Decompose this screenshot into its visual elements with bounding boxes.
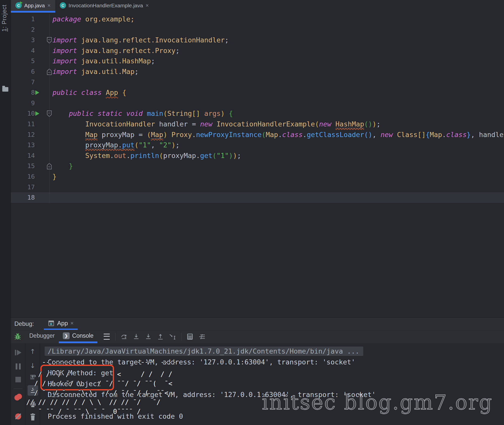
code-line: 3import java.lang.reflect.InvocationHand… — [11, 35, 504, 45]
down-stack-trace-button[interactable]: ↓ — [30, 362, 36, 369]
toolbar-separator — [115, 333, 116, 341]
code-text: import java.lang.reflect.Proxy; — [52, 45, 180, 56]
project-tool-window-button[interactable]: 1: Project — [1, 5, 8, 32]
line-number: 18 — [11, 192, 35, 203]
code-text: InvocationHandler handler = new Invocati… — [52, 119, 381, 129]
line-number: 11 — [11, 119, 35, 129]
tab-app-java[interactable]: C App.java × — [11, 0, 55, 13]
debug-session-tab[interactable]: App × — [44, 318, 78, 330]
clear-all-button[interactable] — [30, 413, 36, 421]
gutter-divider — [49, 182, 50, 193]
line-number: 13 — [11, 140, 35, 150]
run-gutter-icon[interactable] — [35, 111, 39, 116]
console-line: Hacked Object — [48, 378, 504, 389]
code-text: } — [52, 161, 73, 171]
gutter-divider — [49, 98, 50, 109]
line-number: 15 — [11, 161, 35, 171]
tab-label: InvocationHandlerExample.java — [69, 3, 143, 9]
close-icon[interactable]: × — [146, 3, 149, 8]
run-overlay-icon — [20, 1, 23, 4]
force-step-into-button[interactable] — [145, 333, 152, 340]
gutter-divider — [49, 140, 50, 150]
gutter-divider — [49, 150, 50, 161]
layout-options-button[interactable] — [103, 333, 110, 340]
step-out-button[interactable] — [157, 333, 164, 340]
folder-icon — [2, 87, 8, 92]
code-line: 9 — [11, 98, 504, 109]
code-line: 1package org.example; — [11, 14, 504, 24]
app-run-config-icon — [48, 320, 54, 327]
code-line: 15 } — [11, 161, 504, 171]
line-number: 1 — [11, 14, 35, 24]
code-line: 6import java.util.Map; — [11, 66, 504, 77]
console-actions-column: ↑ ↓ — [25, 343, 40, 425]
calculator-icon — [186, 333, 193, 340]
mute-renderers-button[interactable] — [198, 333, 206, 340]
code-line: 16} — [11, 171, 504, 182]
code-line: 4import java.lang.reflect.Proxy; — [11, 45, 504, 56]
debug-bug-icon — [14, 333, 21, 340]
code-line: 2 — [11, 24, 504, 35]
gutter-divider — [49, 119, 50, 129]
gutter-divider — [49, 66, 50, 77]
resume-button[interactable] — [15, 350, 21, 355]
tab-label: App.java — [24, 3, 45, 9]
editor-tabbar: C App.java × C InvocationHandlerExample.… — [11, 0, 504, 13]
tab-debugger[interactable]: Debugger — [25, 330, 59, 343]
code-text: import java.util.HashMap; — [52, 56, 155, 66]
debug-toolbar: Debugger ❯ Console — [11, 330, 504, 343]
close-icon[interactable]: × — [70, 321, 74, 326]
code-line: 14 System.out.println(proxyMap.get("1"))… — [11, 150, 504, 161]
gutter-divider — [49, 77, 50, 88]
mute-breakpoints-button[interactable] — [15, 413, 21, 419]
pause-button[interactable] — [16, 363, 21, 369]
gutter-divider — [49, 108, 50, 119]
line-number: 9 — [11, 98, 35, 109]
step-over-button[interactable] — [120, 333, 128, 340]
debug-panel-header: Debug: App × — [11, 317, 504, 330]
debug-panel-title: Debug: — [14, 320, 34, 327]
line-number: 8 — [11, 87, 35, 98]
console-line: Disconnected from the target VM, address… — [48, 389, 504, 400]
code-text: proxyMap.put("1", "2"); — [52, 140, 180, 150]
step-into-button[interactable] — [132, 333, 140, 340]
line-number: 17 — [11, 182, 35, 193]
code-text: import java.lang.reflect.InvocationHandl… — [52, 35, 229, 45]
console-line — [48, 400, 504, 411]
code-line: 12 Map proxyMap = (Map) Proxy.newProxyIn… — [11, 129, 504, 140]
soft-wrap-button[interactable] — [29, 374, 36, 381]
gutter-divider — [49, 24, 50, 35]
console-line: /Library/Java/JavaVirtualMachines/jdk1.7… — [48, 346, 504, 357]
console-line: Process finished with exit code 0 — [48, 411, 504, 422]
scroll-to-end-button[interactable] — [27, 385, 38, 396]
java-class-icon: C — [60, 2, 66, 9]
code-text: System.out.println(proxyMap.get("1")); — [52, 150, 241, 161]
hamburger-icon — [104, 334, 110, 340]
toolbar-separator — [13, 389, 22, 389]
view-breakpoints-button[interactable] — [14, 394, 22, 400]
line-number: 10 — [11, 108, 35, 119]
print-button[interactable] — [29, 401, 36, 408]
line-number: 7 — [11, 77, 35, 88]
console-output[interactable]: /Library/Java/JavaVirtualMachines/jdk1.7… — [40, 343, 504, 425]
up-stack-trace-button[interactable]: ↑ — [30, 348, 36, 355]
ide-window: 1: Project C App.java × C InvocationHand… — [0, 0, 504, 425]
stop-button[interactable] — [15, 377, 21, 382]
evaluate-expression-button[interactable] — [186, 333, 194, 340]
tab-console[interactable]: ❯ Console — [59, 330, 97, 343]
code-editor[interactable]: 1package org.example;23import java.lang.… — [11, 13, 504, 319]
line-number: 5 — [11, 56, 35, 66]
code-line: 10 public static void main(String[] args… — [11, 108, 504, 119]
close-icon[interactable]: × — [47, 3, 51, 8]
code-line: 18 — [11, 192, 504, 203]
console-icon: ❯ — [63, 332, 70, 339]
code-text: public static void main(String[] args) { — [52, 108, 233, 119]
run-to-cursor-button[interactable] — [169, 333, 176, 340]
gutter-divider — [49, 129, 50, 140]
line-number: 12 — [11, 129, 35, 140]
project-label-num: 1 — [1, 28, 8, 32]
code-line: 13 proxyMap.put("1", "2"); — [11, 140, 504, 150]
tab-invocationhandlerexample-java[interactable]: C InvocationHandlerExample.java × — [55, 0, 153, 13]
code-line: 11 InvocationHandler handler = new Invoc… — [11, 119, 504, 129]
run-gutter-icon[interactable] — [35, 90, 39, 95]
